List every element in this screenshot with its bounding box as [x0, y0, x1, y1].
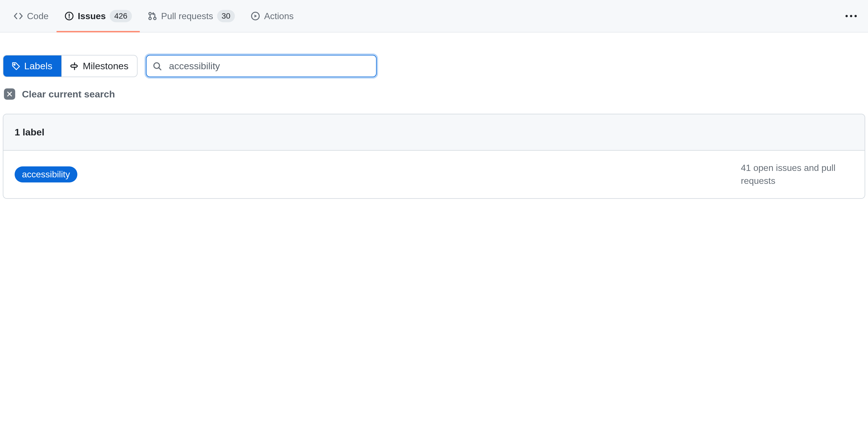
tab-code-label: Code	[27, 11, 49, 21]
git-pull-request-icon	[148, 11, 157, 21]
tab-actions[interactable]: Actions	[243, 0, 302, 32]
label-search-input[interactable]	[146, 55, 377, 77]
close-icon	[4, 88, 15, 100]
repo-tabnav: Code Issues 426 Pull requests 30 Actions	[0, 0, 868, 32]
clear-search[interactable]: Clear current search	[0, 77, 868, 100]
play-icon	[251, 11, 260, 21]
labels-button-label: Labels	[24, 60, 52, 72]
code-icon	[13, 11, 23, 21]
tab-pull-requests[interactable]: Pull requests 30	[140, 0, 243, 32]
clear-search-label: Clear current search	[22, 89, 115, 100]
svg-point-1	[68, 17, 69, 18]
labels-button[interactable]: Labels	[3, 55, 61, 77]
svg-point-6	[14, 64, 15, 65]
pulls-counter: 30	[217, 10, 235, 22]
issues-counter: 426	[110, 10, 132, 22]
tab-actions-label: Actions	[264, 11, 293, 21]
tag-icon	[12, 62, 20, 70]
label-row: accessibility 41 open issues and pull re…	[3, 151, 865, 198]
labels-list: 1 label accessibility 41 open issues and…	[3, 114, 865, 199]
label-pill[interactable]: accessibility	[14, 166, 78, 182]
labels-milestones-switch: Labels Milestones	[3, 55, 137, 77]
tab-code[interactable]: Code	[6, 0, 57, 32]
milestone-icon	[70, 62, 79, 70]
label-open-count[interactable]: 41 open issues and pull requests	[741, 161, 854, 188]
labels-toolbar: Labels Milestones	[0, 32, 868, 77]
label-search	[146, 55, 377, 77]
issue-opened-icon	[64, 11, 74, 21]
milestones-button-label: Milestones	[83, 60, 128, 72]
search-icon	[153, 62, 162, 71]
tab-pulls-label: Pull requests	[161, 11, 213, 21]
milestones-button[interactable]: Milestones	[61, 55, 137, 77]
tab-issues-label: Issues	[78, 11, 106, 21]
tab-issues[interactable]: Issues 426	[57, 0, 140, 32]
labels-list-header: 1 label	[3, 114, 865, 151]
tabnav-overflow-menu[interactable]	[840, 15, 862, 17]
